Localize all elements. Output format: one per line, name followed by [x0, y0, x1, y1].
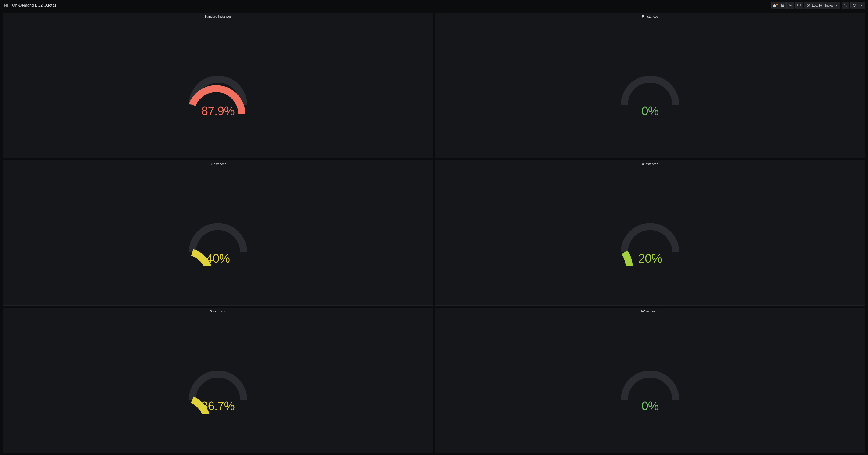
chevron-down-icon: [860, 4, 863, 6]
refresh-interval-dropdown[interactable]: [858, 2, 865, 9]
tv-mode-button[interactable]: [795, 2, 803, 9]
panel-title: G instances: [3, 160, 433, 167]
gauge-value: 0%: [642, 104, 658, 118]
gauge-value: 87.9%: [202, 104, 235, 118]
svg-rect-1: [6, 4, 8, 5]
gauge-wrap: 36.7%: [3, 314, 433, 453]
chevron-down-icon: [835, 4, 838, 6]
gauge-wrap: 20%: [435, 167, 865, 306]
gauge-panel[interactable]: X instances20%: [435, 160, 865, 306]
gauge-wrap: 87.9%: [3, 19, 433, 158]
svg-rect-10: [774, 4, 775, 7]
settings-button[interactable]: [786, 2, 794, 9]
gauge-panel[interactable]: Inf instances0%: [435, 308, 865, 453]
svg-line-8: [62, 6, 63, 6]
svg-rect-13: [776, 4, 777, 5]
share-icon[interactable]: [59, 2, 66, 9]
gauge-panel[interactable]: Standard Instances87.9%: [3, 12, 433, 158]
svg-point-6: [63, 6, 64, 7]
gauge-panel[interactable]: F Instances0%: [435, 12, 865, 158]
topbar: On-Demand EC2 Quotas: [0, 0, 868, 11]
svg-rect-3: [6, 6, 8, 7]
panel-title: Standard Instances: [3, 13, 433, 19]
gauge-wrap: 0%: [435, 314, 865, 453]
topbar-left: On-Demand EC2 Quotas: [2, 2, 66, 9]
time-range-picker[interactable]: Last 30 minutes: [804, 2, 840, 9]
time-range-label: Last 30 minutes: [812, 4, 833, 7]
topbar-right: Last 30 minutes: [771, 2, 865, 9]
svg-rect-16: [798, 4, 801, 6]
refresh-button[interactable]: [850, 2, 858, 9]
dashboard-title: On-Demand EC2 Quotas: [12, 3, 57, 8]
add-panel-button[interactable]: [771, 2, 779, 9]
dashboard-grid-icon[interactable]: [2, 2, 10, 9]
panel-title: Inf instances: [435, 308, 865, 314]
gauge-wrap: 0%: [435, 19, 865, 158]
svg-rect-14: [782, 6, 783, 6]
panel-title: X instances: [435, 160, 865, 167]
svg-rect-2: [4, 6, 6, 7]
svg-point-15: [790, 5, 790, 6]
gauge-value: 36.7%: [202, 399, 235, 413]
svg-rect-9: [773, 5, 774, 7]
zoom-out-button[interactable]: [842, 2, 849, 9]
svg-point-4: [61, 5, 62, 6]
gauge-value: 0%: [642, 399, 658, 413]
panel-title: F Instances: [435, 13, 865, 19]
gauge-wrap: 40%: [3, 167, 433, 306]
svg-rect-0: [4, 4, 6, 5]
toolbar-group-panel: [771, 2, 794, 9]
gauge-panel[interactable]: P instances36.7%: [3, 308, 433, 453]
clock-icon: [807, 4, 810, 7]
svg-line-20: [846, 6, 847, 7]
svg-point-5: [63, 4, 64, 5]
panel-title: P instances: [3, 308, 433, 314]
dashboard-grid: Standard Instances87.9%F Instances0%G in…: [0, 11, 868, 455]
save-button[interactable]: [779, 2, 786, 9]
svg-line-7: [62, 5, 63, 5]
refresh-group: [850, 2, 865, 9]
gauge-panel[interactable]: G instances40%: [3, 160, 433, 306]
gauge-value: 20%: [638, 251, 662, 265]
gauge-value: 40%: [206, 251, 229, 265]
svg-rect-11: [775, 5, 776, 7]
